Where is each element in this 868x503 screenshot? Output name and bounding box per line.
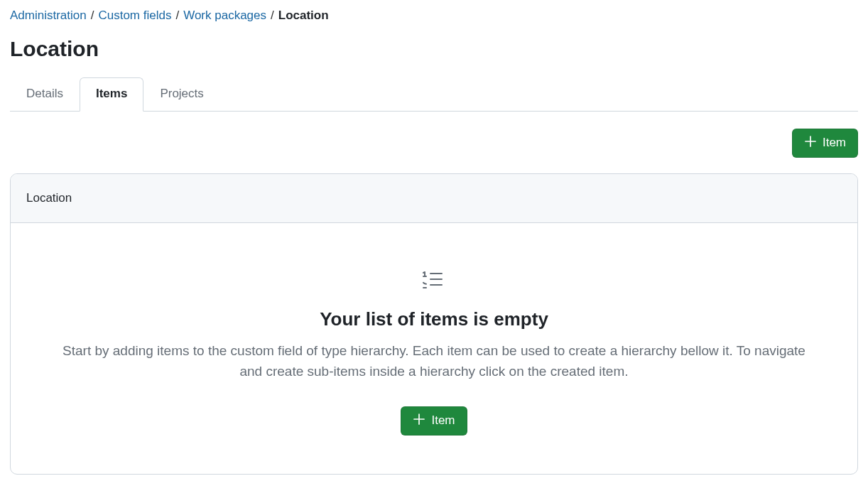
tab-details[interactable]: Details bbox=[10, 77, 80, 112]
empty-state-title: Your list of items is empty bbox=[39, 308, 829, 330]
breadcrumb-separator: / bbox=[91, 7, 94, 24]
ordered-list-icon bbox=[39, 269, 829, 294]
action-row: Item bbox=[10, 129, 858, 158]
card-header: Location bbox=[11, 174, 857, 223]
breadcrumb-current: Location bbox=[278, 7, 329, 24]
card-body-empty-state: Your list of items is empty Start by add… bbox=[11, 223, 857, 474]
add-item-button-top[interactable]: Item bbox=[792, 129, 858, 158]
add-item-button-label: Item bbox=[431, 413, 455, 428]
plus-icon bbox=[413, 413, 425, 429]
plus-icon bbox=[804, 135, 817, 151]
tab-projects[interactable]: Projects bbox=[143, 77, 219, 112]
breadcrumb-link-work-packages[interactable]: Work packages bbox=[183, 7, 266, 24]
add-item-button-label: Item bbox=[823, 136, 846, 150]
breadcrumb-link-administration[interactable]: Administration bbox=[10, 7, 87, 24]
add-item-button-empty[interactable]: Item bbox=[401, 406, 467, 436]
tabs: Details Items Projects bbox=[10, 77, 858, 112]
empty-state-description: Start by adding items to the custom fiel… bbox=[58, 340, 810, 382]
breadcrumb: Administration / Custom fields / Work pa… bbox=[10, 7, 858, 24]
items-card: Location Your list of items is empty Sta… bbox=[10, 173, 858, 475]
breadcrumb-separator: / bbox=[271, 7, 274, 24]
page-title: Location bbox=[10, 37, 858, 61]
tab-items[interactable]: Items bbox=[80, 77, 143, 112]
breadcrumb-link-custom-fields[interactable]: Custom fields bbox=[98, 7, 171, 24]
breadcrumb-separator: / bbox=[175, 7, 179, 24]
